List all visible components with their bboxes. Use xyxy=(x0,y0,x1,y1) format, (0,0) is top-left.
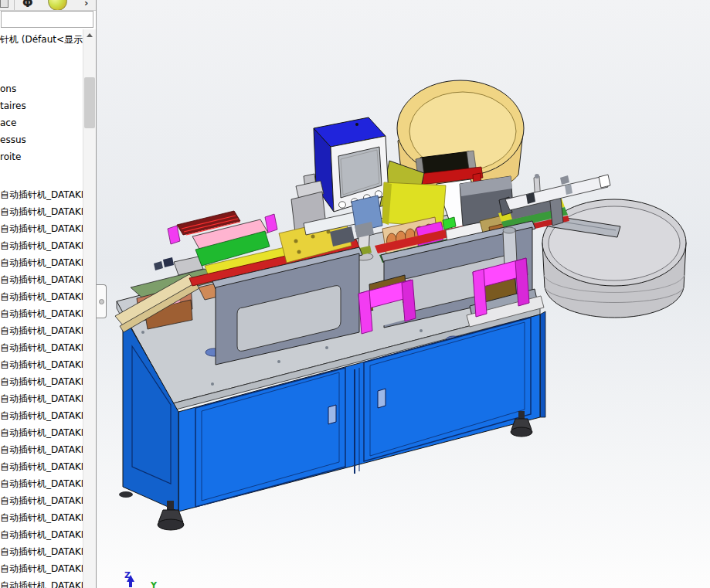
right-door-handle[interactable] xyxy=(378,389,386,408)
tree-component-item[interactable]: 自动插针机_DATAKI xyxy=(0,356,83,373)
tree-component-item[interactable]: 自动插针机_DATAKI xyxy=(0,220,83,237)
tree-component-item[interactable]: 自动插针机_DATAKI xyxy=(0,543,83,560)
feature-tree: 针机 (Défaut<显示状 onstairesaceessusroite 自动… xyxy=(0,0,83,588)
graphics-viewport[interactable]: Z Y xyxy=(97,0,710,588)
tree-component-item[interactable]: 自动插针机_DATAKI xyxy=(0,203,83,220)
tree-component-item[interactable]: 自动插针机_DATAKI xyxy=(0,186,83,203)
scrollbar-thumb[interactable] xyxy=(84,77,95,128)
tree-component-item[interactable]: 自动插针机_DATAKI xyxy=(0,237,83,254)
tree-scrollbar[interactable] xyxy=(83,29,96,588)
tree-component-item[interactable]: 自动插针机_DATAKI xyxy=(0,475,83,492)
tree-plan-item[interactable]: ace xyxy=(0,114,83,131)
tree-component-item[interactable]: 自动插针机_DATAKI xyxy=(0,254,83,271)
tree-plan-item[interactable]: ons xyxy=(0,80,83,97)
tree-component-item[interactable]: 自动插针机_DATAKI xyxy=(0,288,83,305)
tree-component-items: 自动插针机_DATAKI自动插针机_DATAKI自动插针机_DATAKI自动插针… xyxy=(0,186,83,588)
tree-component-item[interactable]: 自动插针机_DATAKI xyxy=(0,560,83,577)
tree-component-item[interactable]: 自动插针机_DATAKI xyxy=(0,509,83,526)
solidworks-window: Φ › 针机 (Défaut<显示状 onstairesaceessusroit… xyxy=(0,0,710,588)
tree-component-item[interactable]: 自动插针机_DATAKI xyxy=(0,271,83,288)
expand-chevron-icon[interactable]: › xyxy=(84,0,88,8)
panel-splitter-handle[interactable] xyxy=(97,284,107,318)
triad-y-label: Y xyxy=(150,580,158,588)
tree-root-item[interactable]: 针机 (Défaut<显示状 xyxy=(0,32,83,46)
tree-component-item[interactable]: 自动插针机_DATAKI xyxy=(0,458,83,475)
machine-3d-view[interactable]: Z Y xyxy=(97,0,710,588)
orientation-triad: Z Y xyxy=(124,570,158,588)
tree-component-item[interactable]: 自动插针机_DATAKI xyxy=(0,492,83,509)
tree-component-item[interactable]: 自动插针机_DATAKI xyxy=(0,390,83,407)
tree-component-item[interactable]: 自动插针机_DATAKI xyxy=(0,441,83,458)
tree-component-item[interactable]: 自动插针机_DATAKI xyxy=(0,339,83,356)
tree-plan-items: onstairesaceessusroite xyxy=(0,80,83,165)
tree-component-item[interactable]: 自动插针机_DATAKI xyxy=(0,322,83,339)
tree-plan-item[interactable]: essus xyxy=(0,131,83,148)
tree-component-item[interactable]: 自动插针机_DATAKI xyxy=(0,373,83,390)
tree-component-item[interactable]: 自动插针机_DATAKI xyxy=(0,407,83,424)
tree-component-item[interactable]: 自动插针机_DATAKI xyxy=(0,305,83,322)
tree-component-item[interactable]: 自动插针机_DATAKI xyxy=(0,526,83,543)
tree-component-item[interactable]: 自动插针机_DATAKI xyxy=(0,577,83,588)
tree-plan-item[interactable]: roite xyxy=(0,148,83,165)
feature-manager-panel: Φ › 针机 (Défaut<显示状 onstairesaceessusroit… xyxy=(0,0,97,588)
left-door-handle[interactable] xyxy=(328,405,336,424)
tree-component-item[interactable]: 自动插针机_DATAKI xyxy=(0,424,83,441)
scroll-up-arrow-icon[interactable] xyxy=(83,29,96,42)
tree-plan-item[interactable]: taires xyxy=(0,97,83,114)
